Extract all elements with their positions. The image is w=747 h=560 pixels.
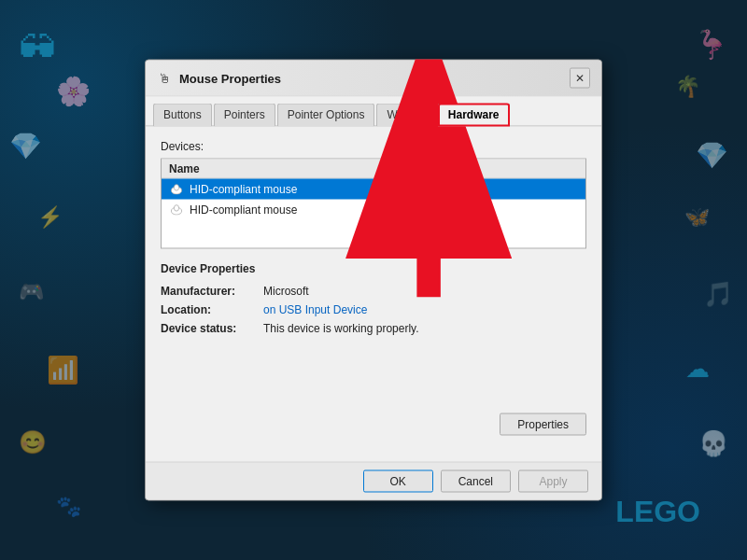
properties-button-row: Properties bbox=[161, 413, 586, 436]
device-name-0: HID-compliant mouse bbox=[190, 183, 394, 196]
cancel-button[interactable]: Cancel bbox=[441, 470, 511, 493]
device-name-1: HID-compliant mouse bbox=[190, 203, 394, 217]
svg-rect-3 bbox=[175, 205, 179, 211]
col-name-header: Name bbox=[169, 162, 394, 175]
close-button[interactable]: ✕ bbox=[570, 68, 590, 89]
manufacturer-key: Manufacturer: bbox=[161, 285, 263, 298]
device-properties-label: Device Properties bbox=[161, 262, 586, 275]
dialog-title: Mouse Properties bbox=[179, 71, 281, 85]
bottom-bar: OK Cancel Apply bbox=[146, 462, 601, 500]
tab-pointer-options[interactable]: Pointer Options bbox=[277, 104, 375, 127]
col-type-header: Type bbox=[394, 162, 419, 175]
title-bar: 🖱 Mouse Properties ✕ bbox=[146, 61, 601, 97]
mouse-properties-dialog: 🖱 Mouse Properties ✕ Buttons Pointers Po… bbox=[145, 60, 602, 501]
svg-rect-1 bbox=[175, 185, 179, 190]
apply-button[interactable]: Apply bbox=[518, 470, 588, 493]
devices-empty-space bbox=[162, 220, 585, 248]
tab-pointers[interactable]: Pointers bbox=[214, 104, 275, 127]
manufacturer-val: Microsoft bbox=[263, 285, 586, 298]
status-key: Device status: bbox=[161, 322, 263, 335]
mouse-icon: 🖱 bbox=[157, 71, 172, 86]
dialog-wrapper: 🖱 Mouse Properties ✕ Buttons Pointers Po… bbox=[145, 60, 602, 501]
devices-list-box: Name Type HID-compliant mouse Mice and o… bbox=[161, 159, 586, 249]
device-icon-1 bbox=[169, 204, 184, 216]
spacer bbox=[161, 348, 586, 413]
tab-buttons[interactable]: Buttons bbox=[153, 104, 212, 127]
properties-button[interactable]: Properties bbox=[500, 413, 586, 436]
location-val: on USB Input Device bbox=[263, 303, 586, 316]
device-row-1[interactable]: HID-compliant mouse Mice and othe... bbox=[162, 200, 585, 220]
tab-bar: Buttons Pointers Pointer Options Whee...… bbox=[146, 97, 601, 127]
devices-label: Devices: bbox=[161, 140, 586, 153]
device-icon-0 bbox=[169, 184, 184, 195]
device-row-0[interactable]: HID-compliant mouse Mice and othe... bbox=[162, 179, 585, 200]
ok-button[interactable]: OK bbox=[363, 470, 433, 493]
title-bar-left: 🖱 Mouse Properties bbox=[157, 71, 281, 86]
tab-wheel[interactable]: Whee... bbox=[376, 104, 435, 127]
status-val: This device is working properly. bbox=[263, 322, 586, 335]
devices-list-header: Name Type bbox=[162, 160, 585, 179]
device-type-0: Mice and othe... bbox=[394, 183, 578, 196]
location-key: Location: bbox=[161, 303, 263, 316]
device-type-1: Mice and othe... bbox=[394, 203, 578, 217]
tab-hardware[interactable]: Hardware bbox=[438, 104, 510, 127]
dialog-body: Devices: Name Type HID-compliant mouse M… bbox=[146, 127, 601, 462]
device-properties-grid: Manufacturer: Microsoft Location: on USB… bbox=[161, 285, 586, 335]
